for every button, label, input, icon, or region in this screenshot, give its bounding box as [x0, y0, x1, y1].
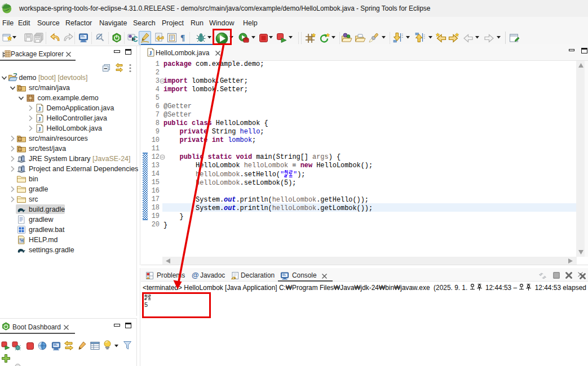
- svg-text:J: J: [149, 50, 152, 56]
